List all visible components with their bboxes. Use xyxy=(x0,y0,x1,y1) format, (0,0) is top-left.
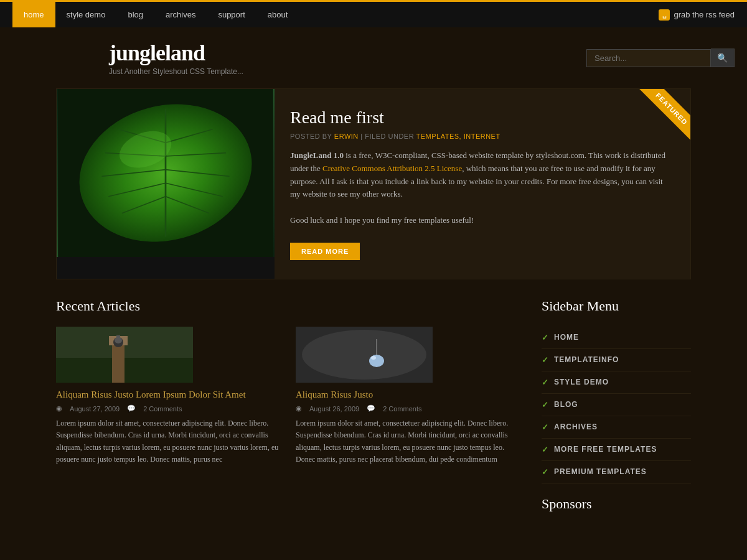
check-icon-5: ✓ xyxy=(542,422,549,432)
rss-icon: ␣ xyxy=(659,9,670,21)
main-wrapper: FEATURED Read me first POSTED BY ERWIN |… xyxy=(44,88,703,518)
article-2-title[interactable]: Aliquam Risus Justo xyxy=(296,389,523,401)
site-title[interactable]: jungleland xyxy=(109,40,243,66)
sidebar-item-archives-label: ARCHIVES xyxy=(554,422,598,431)
sidebar-item-style-demo[interactable]: ✓ STYLE DEMO xyxy=(542,371,691,394)
featured-post-title: Read me first xyxy=(290,108,672,128)
featured-image xyxy=(57,89,275,279)
bird-image xyxy=(56,327,193,383)
rss-label: grab the rss feed xyxy=(674,10,735,19)
nav-item-about[interactable]: about xyxy=(256,2,299,27)
article-1-excerpt: Lorem ipsum dolor sit amet, consectetuer… xyxy=(56,418,283,465)
drop-image xyxy=(296,327,433,383)
nav-item-home[interactable]: home xyxy=(12,2,55,27)
sidebar: Sidebar Menu ✓ HOME ✓ TEMPLATEINFO ✓ STY… xyxy=(542,298,691,518)
comment-icon-2: 💬 xyxy=(367,404,375,413)
product-name: JungleLand 1.0 xyxy=(290,151,344,160)
posted-by-label: POSTED BY xyxy=(290,133,334,140)
sidebar-item-home[interactable]: ✓ HOME xyxy=(542,327,691,349)
featured-badge-text: FEATURED xyxy=(639,89,690,141)
top-navigation: home style demo blog archives support ab… xyxy=(0,0,747,27)
sidebar-item-premium-templates[interactable]: ✓ PREMIUM TEMPLATES xyxy=(542,461,691,483)
rss-link[interactable]: ␣ grab the rss feed xyxy=(659,2,735,27)
logo-area: jungleland Just Another Styleshout CSS T… xyxy=(109,40,243,76)
svg-point-24 xyxy=(369,355,384,367)
search-area: 🔍 xyxy=(586,49,735,67)
article-thumb-1 xyxy=(56,327,193,383)
cc-license-link[interactable]: Creative Commons Attribution 2.5 License xyxy=(322,164,462,173)
article-2-meta: ◉ August 26, 2009 💬 2 Comments xyxy=(296,404,523,413)
article-card-1: Aliquam Risus Justo Lorem Ipsum Dolor Si… xyxy=(56,327,283,465)
nav-item-support[interactable]: support xyxy=(207,2,256,27)
featured-content: FEATURED Read me first POSTED BY ERWIN |… xyxy=(275,89,690,279)
sidebar-item-premium-label: PREMIUM TEMPLATES xyxy=(554,467,647,476)
content-layout: Recent Articles xyxy=(56,298,691,518)
recent-articles-title: Recent Articles xyxy=(56,298,523,314)
check-icon-7: ✓ xyxy=(542,467,549,477)
check-icon-3: ✓ xyxy=(542,378,549,387)
svg-point-25 xyxy=(371,356,376,360)
featured-post-body: JungleLand 1.0 is a free, W3C-compliant,… xyxy=(290,149,672,227)
article-1-comments[interactable]: 2 Comments xyxy=(143,405,182,413)
site-subtitle: Just Another Styleshout CSS Template... xyxy=(109,67,243,76)
post-categories[interactable]: TEMPLATES, INTERNET xyxy=(416,133,500,140)
article-thumb-2 xyxy=(296,327,433,383)
sidebar-item-templateinfo-label: TEMPLATEINFO xyxy=(554,355,619,364)
sidebar-menu-title: Sidebar Menu xyxy=(542,298,691,314)
sidebar-item-blog-label: BLOG xyxy=(554,400,578,409)
svg-rect-20 xyxy=(116,335,120,340)
svg-point-23 xyxy=(302,330,426,380)
sidebar-item-archives[interactable]: ✓ ARCHIVES xyxy=(542,416,691,439)
featured-badge: FEATURED xyxy=(634,89,690,145)
site-header: jungleland Just Another Styleshout CSS T… xyxy=(0,27,747,88)
article-1-meta: ◉ August 27, 2009 💬 2 Comments xyxy=(56,404,283,413)
sidebar-item-more-free-templates[interactable]: ✓ MORE FREE TEMPLATES xyxy=(542,439,691,461)
main-content: Recent Articles xyxy=(56,298,523,518)
check-icon-4: ✓ xyxy=(542,400,549,409)
clock-icon-2: ◉ xyxy=(296,404,302,413)
sponsors-title: Sponsors xyxy=(542,496,691,512)
sidebar-item-home-label: HOME xyxy=(554,333,579,342)
leaf-svg xyxy=(57,89,275,257)
check-icon-6: ✓ xyxy=(542,445,549,454)
sidebar-item-templateinfo[interactable]: ✓ TEMPLATEINFO xyxy=(542,349,691,371)
nav-links: home style demo blog archives support ab… xyxy=(12,2,299,27)
featured-post-meta: POSTED BY ERWIN | FILED UNDER TEMPLATES,… xyxy=(290,133,672,140)
article-1-date: August 27, 2009 xyxy=(70,405,120,413)
sidebar-item-style-demo-label: STYLE DEMO xyxy=(554,378,609,386)
read-more-button[interactable]: READ MORE xyxy=(290,243,360,260)
leaf-image xyxy=(57,89,275,257)
search-button[interactable]: 🔍 xyxy=(711,49,735,67)
comment-icon: 💬 xyxy=(127,404,136,413)
nav-item-archives[interactable]: archives xyxy=(154,2,207,27)
nav-item-style-demo[interactable]: style demo xyxy=(55,2,117,27)
check-icon-2: ✓ xyxy=(542,355,549,365)
article-card-2: Aliquam Risus Justo ◉ August 26, 2009 💬 … xyxy=(296,327,523,465)
clock-icon: ◉ xyxy=(56,404,62,413)
article-1-title[interactable]: Aliquam Risus Justo Lorem Ipsum Dolor Si… xyxy=(56,389,283,401)
nav-item-blog[interactable]: blog xyxy=(116,2,154,27)
sidebar-item-more-templates-label: MORE FREE TEMPLATES xyxy=(554,445,657,454)
body-second: Good luck and I hope you find my free te… xyxy=(290,214,672,227)
sidebar-item-blog[interactable]: ✓ BLOG xyxy=(542,394,691,416)
article-2-date: August 26, 2009 xyxy=(309,405,359,413)
post-author[interactable]: ERWIN xyxy=(334,133,359,140)
sidebar-menu: ✓ HOME ✓ TEMPLATEINFO ✓ STYLE DEMO ✓ BLO… xyxy=(542,327,691,483)
search-input[interactable] xyxy=(586,49,711,67)
featured-post: FEATURED Read me first POSTED BY ERWIN |… xyxy=(56,88,691,279)
article-2-excerpt: Lorem ipsum dolor sit amet, consectetuer… xyxy=(296,418,523,465)
article-grid: Aliquam Risus Justo Lorem Ipsum Dolor Si… xyxy=(56,327,523,465)
separator: | FILED UNDER xyxy=(359,133,416,140)
check-icon: ✓ xyxy=(542,333,549,342)
article-2-comments[interactable]: 2 Comments xyxy=(383,405,421,413)
